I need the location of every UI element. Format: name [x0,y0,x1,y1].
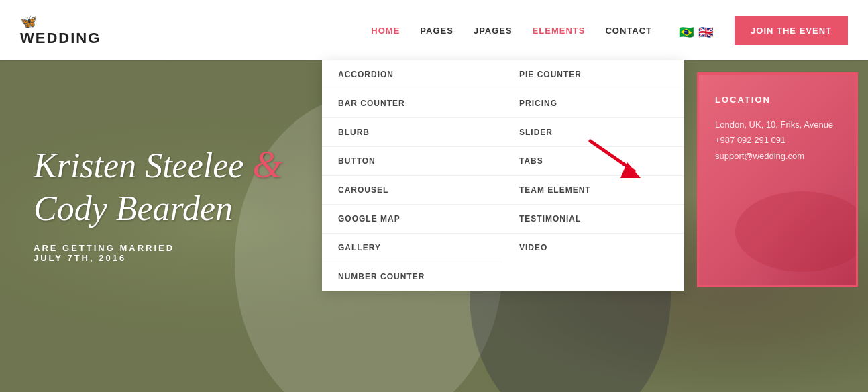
language-flags: 🇧🇷 🇬🇧 [679,25,714,36]
menu-video[interactable]: VIDEO [503,234,684,262]
red-arrow [584,134,637,175]
nav-pages[interactable]: Pages [420,26,453,36]
menu-gallery[interactable]: GALLERY [322,234,503,262]
flag-gb[interactable]: 🇬🇧 [698,25,714,36]
hero-subtitle: ARE GETTING MARRIED [34,243,282,253]
location-phone: +987 092 291 091 [715,132,840,148]
nav-jpages[interactable]: JPAGES [474,26,512,36]
location-card: LOCATION London, UK, 10, Friks, Avenue +… [697,72,858,287]
flag-br[interactable]: 🇧🇷 [679,25,695,36]
location-email: support@wedding.com [715,148,840,164]
main-nav: HOME Pages JPAGES ELEMENTS CONTACT 🇧🇷 🇬🇧… [371,16,848,45]
location-label: LOCATION [715,95,840,105]
menu-number-counter[interactable]: NUMBER COUNTER [322,262,503,291]
hero-ampersand: & [252,142,282,186]
hero-names: Kristen Steelee & Cody Bearden [34,141,282,230]
menu-carousel[interactable]: CAROUSEL [322,176,503,205]
menu-bar-counter[interactable]: BAR COUNTER [322,89,503,118]
menu-blurb[interactable]: BLURB [322,118,503,147]
location-details: London, UK, 10, Friks, Avenue +987 092 2… [715,117,840,164]
nav-home[interactable]: HOME [371,26,400,36]
logo-icon: 🦋 [20,13,37,30]
dropdown-col-left: ACCORDION BAR COUNTER BLURB BUTTON CAROU… [322,60,503,291]
menu-pie-counter[interactable]: PIE COUNTER [503,60,684,89]
menu-google-map[interactable]: GOOGLE MAP [322,205,503,234]
logo[interactable]: 🦋 WEDDING [20,13,101,47]
card-wave-decoration [735,191,858,272]
bride-name: Kristen Steelee [34,146,243,185]
join-event-button[interactable]: JOIN THE EVENT [735,16,848,45]
nav-elements[interactable]: ELEMENTS [533,26,586,36]
menu-testimonial[interactable]: TESTIMONIAL [503,205,684,234]
menu-pricing[interactable]: PRICING [503,89,684,118]
hero-date: JULY 7TH, 2016 [34,253,282,263]
menu-button[interactable]: BUTTON [322,147,503,176]
logo-text: WEDDING [20,30,101,47]
header: 🦋 WEDDING HOME Pages JPAGES ELEMENTS CON… [0,0,868,60]
menu-accordion[interactable]: ACCORDION [322,60,503,89]
hero-text-block: Kristen Steelee & Cody Bearden ARE GETTI… [34,141,282,263]
location-address: London, UK, 10, Friks, Avenue [715,117,840,132]
groom-name: Cody Bearden [34,189,233,228]
nav-contact[interactable]: CONTACT [605,26,652,36]
